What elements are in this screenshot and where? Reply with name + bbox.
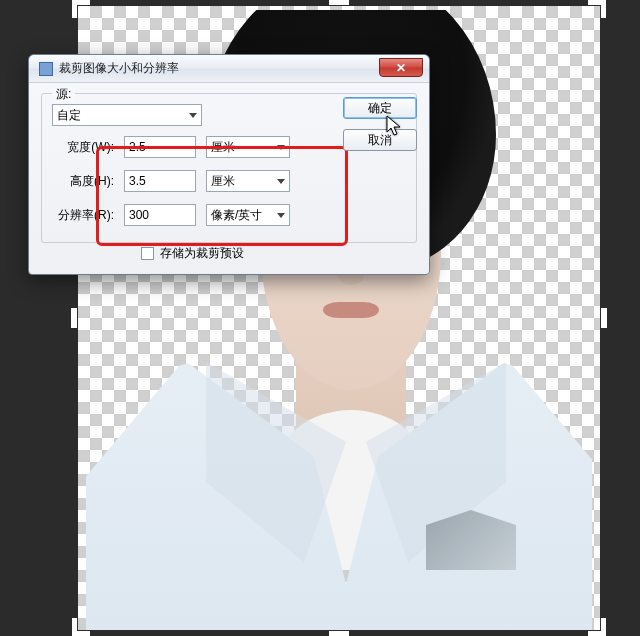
save-preset-label: 存储为裁剪预设 [160, 245, 244, 262]
resolution-input[interactable] [124, 204, 196, 226]
height-label: 高度(H): [52, 173, 114, 190]
crop-size-dialog: 裁剪图像大小和分辨率 ✕ 源: 自定 宽度(W): 厘米 [28, 54, 430, 275]
width-label: 宽度(W): [52, 139, 114, 156]
resolution-label: 分辨率(R): [52, 207, 114, 224]
height-unit-select[interactable]: 厘米 [206, 170, 290, 192]
source-select[interactable]: 自定 [52, 104, 202, 126]
width-input[interactable] [124, 136, 196, 158]
chevron-down-icon [277, 145, 285, 150]
height-input[interactable] [124, 170, 196, 192]
height-unit-value: 厘米 [211, 173, 235, 190]
cancel-button-label: 取消 [368, 132, 392, 149]
chevron-down-icon [277, 179, 285, 184]
close-button[interactable]: ✕ [379, 58, 423, 77]
crop-handle-top[interactable] [329, 0, 349, 5]
crop-handle-right[interactable] [601, 308, 607, 328]
source-legend: 源: [52, 86, 75, 103]
dialog-titlebar[interactable]: 裁剪图像大小和分辨率 ✕ [29, 55, 429, 83]
save-preset-checkbox[interactable] [141, 247, 154, 260]
ok-button-label: 确定 [368, 100, 392, 117]
close-icon: ✕ [396, 61, 406, 75]
cancel-button[interactable]: 取消 [343, 129, 417, 151]
window-icon [39, 62, 53, 76]
crop-handle-left[interactable] [71, 308, 77, 328]
chevron-down-icon [189, 113, 197, 118]
resolution-unit-value: 像素/英寸 [211, 207, 262, 224]
tutorial-highlight [96, 146, 348, 246]
source-select-value: 自定 [57, 107, 81, 124]
width-unit-select[interactable]: 厘米 [206, 136, 290, 158]
dialog-title: 裁剪图像大小和分辨率 [59, 60, 179, 77]
crop-handle-bottom[interactable] [329, 631, 349, 636]
chevron-down-icon [277, 213, 285, 218]
ok-button[interactable]: 确定 [343, 97, 417, 119]
resolution-unit-select[interactable]: 像素/英寸 [206, 204, 290, 226]
width-unit-value: 厘米 [211, 139, 235, 156]
